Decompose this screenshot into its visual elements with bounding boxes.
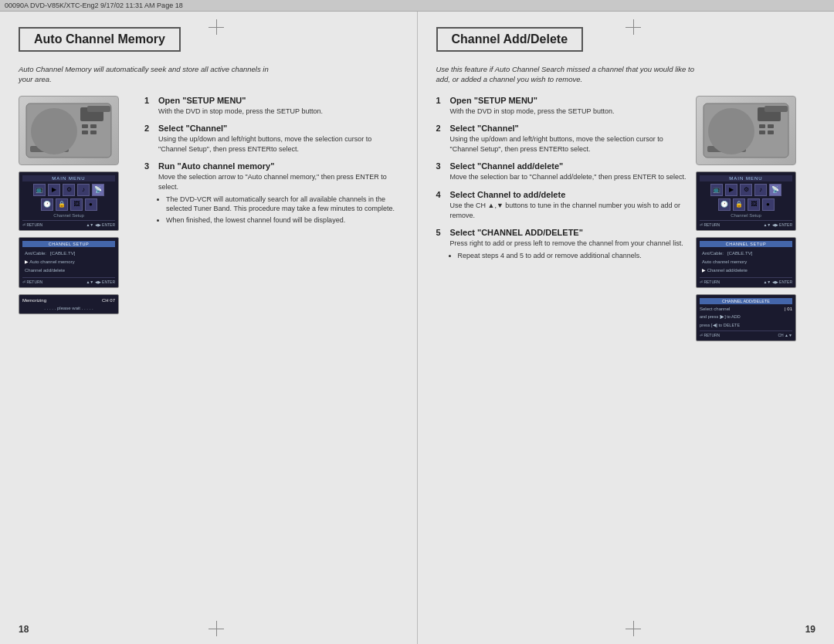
right-cs-nav: ⏎ RETURN ▲▼ ◀▶ ENTER (700, 277, 792, 284)
right-bullet-1: Repeat steps 4 and 5 to add or remove ad… (458, 251, 690, 261)
nav-arrows-left: ▲▼ ◀▶ ENTER (86, 222, 115, 227)
icon-channel: 📡 (92, 184, 104, 196)
right-channel-setup-screen: CHANNEL SETUP Ant/Cable: [CABLE.TV] Auto… (696, 237, 796, 288)
svg-point-2 (46, 123, 61, 138)
left-step-3-body: Move the selection arrow to "Auto channe… (158, 172, 398, 225)
reg-mark-bottom-left (208, 621, 224, 636)
left-step-2: 2 Select "Channel" Using the up/down and… (144, 124, 398, 154)
left-cs-item-0: Ant/Cable: [CABLE.TV] (22, 249, 115, 258)
right-ca-add-text: and press [▶] to ADD (700, 314, 792, 320)
icon-clock: 🕐 (41, 198, 53, 211)
svg-rect-8 (30, 146, 69, 152)
left-page-title-box: Auto Channel Memory (19, 27, 398, 64)
nav-return-left: ⏎ RETURN (22, 222, 42, 227)
right-step-2-title: Select "Channel" (450, 124, 519, 133)
right-main-menu-screen: MAIN MENU 📺 ▶ ⚙ ♪ 📡 🕐 🔒 🖼 ● Chann (696, 171, 796, 231)
right-menu-icons: 📺 ▶ ⚙ ♪ 📡 (700, 184, 792, 196)
right-step-4-body: Use the CH ▲,▼ buttons to tune in the ch… (450, 201, 690, 220)
right-ca-title: CHANNEL ADD/DELETE (700, 298, 792, 304)
right-ca-del-text: press [◀] to DELETE (700, 322, 792, 328)
right-steps-column: 1 Open "SETUP MENU" With the DVD in stop… (436, 96, 690, 342)
device-svg-right (700, 100, 792, 161)
svg-rect-12 (758, 107, 781, 121)
right-menu-nav: ⏎ RETURN ▲▼ ◀▶ ENTER (700, 220, 792, 227)
svg-rect-16 (768, 130, 774, 134)
right-title: Channel Add/Delete (436, 27, 584, 52)
right-step-2-num: 2 (436, 124, 446, 133)
left-step-1-body: With the DVD in stop mode, press the SET… (158, 107, 398, 117)
right-step-3-header: 3 Select "Channel add/delete" (436, 161, 690, 171)
left-cs-title: CHANNEL SETUP (22, 241, 115, 247)
left-cs-item-1: Auto channel memory (22, 258, 115, 266)
left-menu-nav: ⏎ RETURN ▲▼ ◀▶ ENTER (22, 220, 115, 227)
left-menu-icons: 📺 ▶ ⚙ ♪ 📡 (22, 184, 115, 196)
svg-rect-13 (759, 124, 765, 128)
device-image-left (19, 96, 119, 165)
svg-rect-7 (90, 130, 97, 134)
right-cs-item-0: Ant/Cable: [CABLE.TV] (700, 249, 792, 258)
right-icon-tv: 📺 (710, 184, 723, 196)
right-cs-nav-return: ⏎ RETURN (700, 280, 720, 284)
left-page-content: MAIN MENU 📺 ▶ ⚙ ♪ 📡 🕐 🔒 🖼 ● Chann (19, 96, 398, 314)
left-step-2-body: Using the up/down and left/right buttons… (158, 134, 398, 154)
right-icon-speaker: ♪ (754, 184, 767, 196)
right-step-2: 2 Select "Channel" Using the up/down and… (436, 124, 690, 154)
icon-tv: 📺 (33, 184, 46, 196)
svg-rect-17 (707, 146, 746, 152)
right-ca-val: | 01 (785, 307, 792, 311)
left-step-2-header: 2 Select "Channel" (144, 124, 398, 133)
left-memorizing-screen: Memorizing CH 07 . . . . . please wait .… (19, 294, 119, 314)
right-step-3-body: Move the selection bar to "Channel add/d… (450, 172, 690, 182)
left-main-menu-screen: MAIN MENU 📺 ▶ ⚙ ♪ 📡 🕐 🔒 🖼 ● Chann (19, 171, 119, 231)
left-step-2-title: Select "Channel" (158, 124, 227, 133)
svg-rect-15 (759, 130, 765, 134)
right-page-title-box: Channel Add/Delete (436, 27, 816, 64)
left-step-3-bullets: The DVD-VCR will automatically search fo… (166, 195, 398, 225)
left-page-number: 18 (19, 624, 29, 635)
icon-speaker: ♪ (77, 184, 90, 196)
right-channel-label: Channel Setup (700, 213, 792, 218)
left-intro: Auto Channel Memory will automatically s… (19, 64, 281, 85)
memorizing-row: Memorizing CH 07 (22, 298, 115, 303)
right-ca-nav-ch: CH ▲▼ (778, 333, 792, 337)
right-step-5-num: 5 (436, 228, 446, 237)
memorizing-ch: CH 07 (102, 298, 115, 303)
left-channel-label: Channel Setup (22, 213, 115, 218)
right-ca-select-row: Select channel | 01 (700, 307, 792, 311)
reg-mark-bottom-right (626, 621, 641, 636)
right-step-4-title: Select Channel to add/delete (450, 190, 566, 199)
right-nav-arrows: ▲▼ ◀▶ ENTER (763, 222, 792, 227)
right-page-content: 1 Open "SETUP MENU" With the DVD in stop… (436, 96, 816, 342)
right-intro: Use this feature if Auto Channel Search … (436, 64, 699, 85)
left-channel-setup-screen: CHANNEL SETUP Ant/Cable: [CABLE.TV] Auto… (19, 237, 119, 288)
svg-point-1 (34, 111, 73, 150)
right-channel-add-screen: CHANNEL ADD/DELETE Select channel | 01 a… (696, 294, 796, 342)
icon-settings: ⚙ (63, 184, 75, 196)
right-step-2-header: 2 Select "Channel" (436, 124, 690, 133)
left-cs-item-2: Channel add/delete (22, 266, 115, 275)
right-cs-nav-arrows: ▲▼ ◀▶ ENTER (763, 280, 792, 284)
svg-rect-4 (82, 124, 88, 128)
right-ca-select-label: Select channel (700, 307, 730, 311)
right-step-1-body: With the DVD in stop mode, press the SET… (450, 107, 690, 117)
right-step-5-body: Press right to add or press left to remo… (450, 239, 690, 260)
right-step-4-header: 4 Select Channel to add/delete (436, 190, 690, 199)
left-step-3-title: Run "Auto channel memory" (158, 161, 274, 171)
right-page-number: 19 (805, 624, 815, 635)
left-step-2-num: 2 (144, 124, 154, 133)
left-bullet-2: When finished, the lowest channel found … (166, 215, 398, 225)
left-step-1: 1 Open "SETUP MENU" With the DVD in stop… (144, 96, 398, 117)
right-cs-item-2: Channel add/delete (700, 266, 792, 275)
icon-lock: 🔒 (56, 198, 68, 211)
icon-play: ▶ (48, 184, 60, 196)
left-bullet-1: The DVD-VCR will automatically search fo… (166, 195, 398, 214)
memorizing-dots: . . . . . please wait . . . . . (22, 306, 115, 310)
right-icon-settings: ⚙ (740, 184, 752, 196)
right-step-4: 4 Select Channel to add/delete Use the C… (436, 190, 690, 220)
right-menu-icons-2: 🕐 🔒 🖼 ● (700, 198, 792, 211)
right-icon-channel: 📡 (769, 184, 781, 196)
svg-point-10 (711, 111, 750, 150)
right-step-1-header: 1 Open "SETUP MENU" (436, 96, 690, 105)
right-step-5-header: 5 Select "CHANNEL ADD/DELETE" (436, 228, 690, 237)
right-cs-item-1: Auto channel memory (700, 258, 792, 266)
